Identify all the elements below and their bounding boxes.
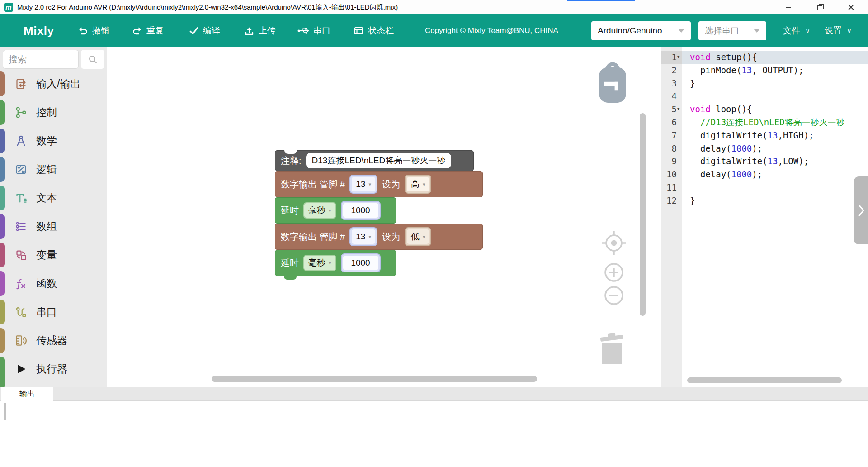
zoom-in-button[interactable] bbox=[604, 262, 624, 282]
sidebar-item-label: 数学 bbox=[36, 134, 57, 148]
maximize-restore-button[interactable] bbox=[809, 0, 830, 14]
sidebar-item-logic[interactable]: 逻辑 bbox=[0, 155, 107, 184]
upload-button[interactable]: 上传 bbox=[244, 14, 276, 47]
line-number: 9 bbox=[661, 155, 677, 168]
pin-dropdown[interactable]: 13 ▾ bbox=[352, 229, 375, 244]
dropdown-caret-icon: ▾ bbox=[368, 181, 371, 187]
backpack-icon[interactable] bbox=[596, 62, 629, 106]
block-category-sidebar: 输入/输出 控制 数学 逻辑 文本 bbox=[0, 47, 107, 387]
level-dropdown[interactable]: 高 ▾ bbox=[407, 177, 429, 191]
output-console bbox=[0, 401, 868, 467]
minimize-button[interactable] bbox=[778, 0, 799, 14]
serial-monitor-button[interactable]: 串口 bbox=[297, 14, 330, 47]
line-number: 3 bbox=[661, 77, 677, 90]
sidebar-item-sensor[interactable]: 传感器 bbox=[0, 326, 107, 355]
output-tab[interactable]: 输出 bbox=[1, 387, 53, 401]
undo-button[interactable]: 撤销 bbox=[78, 14, 109, 47]
upload-icon bbox=[244, 26, 255, 36]
zoom-reset-target-icon[interactable] bbox=[601, 230, 627, 256]
search-input[interactable] bbox=[3, 50, 79, 69]
code-horizontal-scrollbar[interactable] bbox=[687, 377, 842, 383]
sidebar-item-serial[interactable]: 串口 bbox=[0, 298, 107, 326]
trash-icon[interactable] bbox=[597, 332, 627, 365]
line-number: 8 bbox=[661, 142, 677, 155]
chevron-down-icon: ∨ bbox=[805, 27, 810, 35]
sidebar-item-math[interactable]: 数学 bbox=[0, 127, 107, 155]
unit-dropdown[interactable]: 毫秒 ▾ bbox=[303, 255, 336, 271]
digital-write-block-high[interactable]: 数字输出 管脚 # 13 ▾ 设为 高 ▾ bbox=[275, 171, 483, 197]
fold-icon[interactable]: ▾ bbox=[677, 103, 683, 116]
pin-dropdown[interactable]: 13 ▾ bbox=[352, 177, 375, 191]
comment-block-label: 注释: bbox=[281, 155, 302, 167]
line-number: 6 bbox=[661, 116, 677, 129]
search-icon bbox=[88, 55, 98, 64]
code-panel: 1 ▾ 2 3 4 5 ▾ 6 7 8 9 10 11 12 void setu… bbox=[649, 47, 868, 387]
close-button[interactable] bbox=[840, 0, 861, 14]
sidebar-item-actuator[interactable]: 执行器 bbox=[0, 355, 107, 383]
blockly-workspace[interactable]: 注释: D13连接LED\nLED将亮一秒灭一秒 数字输出 管脚 # 13 ▾ … bbox=[107, 47, 649, 387]
compile-label: 编译 bbox=[203, 25, 220, 37]
line-number: 10 bbox=[661, 168, 677, 181]
sensor-icon bbox=[15, 334, 27, 347]
board-select-dropdown[interactable]: Arduino/Genuino bbox=[591, 21, 691, 40]
redo-label: 重复 bbox=[146, 25, 164, 37]
sidebar-item-array[interactable]: 数组 bbox=[0, 212, 107, 241]
main-toolbar: Mixly 撤销 重复 编译 bbox=[0, 14, 868, 47]
settings-menu[interactable]: 设置 ∨ bbox=[825, 14, 852, 47]
level-value: 低 bbox=[411, 231, 420, 243]
dropdown-caret-icon: ▾ bbox=[423, 181, 425, 187]
workspace-vertical-scrollbar[interactable] bbox=[640, 113, 646, 316]
sidebar-item-inout[interactable]: 输入/输出 bbox=[0, 70, 107, 98]
sidebar-item-label: 函数 bbox=[36, 276, 57, 291]
delay-block[interactable]: 延时 毫秒 ▾ 1000 bbox=[275, 250, 396, 276]
block-label: 设为 bbox=[382, 231, 400, 243]
line-number: 4 bbox=[661, 90, 677, 103]
category-color-bar bbox=[0, 243, 5, 267]
zoom-out-button[interactable] bbox=[604, 286, 624, 305]
port-select-dropdown[interactable]: 选择串口 bbox=[698, 21, 766, 40]
block-label: 延时 bbox=[281, 205, 299, 217]
ms-value-field[interactable]: 1000 bbox=[343, 203, 378, 218]
comment-text-field[interactable]: D13连接LED\nLED将亮一秒灭一秒 bbox=[306, 153, 452, 168]
delay-block[interactable]: 延时 毫秒 ▾ 1000 bbox=[275, 197, 396, 224]
digital-write-block-low[interactable]: 数字输出 管脚 # 13 ▾ 设为 低 ▾ bbox=[275, 224, 483, 250]
text-icon bbox=[15, 192, 27, 204]
sidebar-item-control[interactable]: 控制 bbox=[0, 98, 107, 127]
unit-value: 毫秒 bbox=[308, 257, 326, 269]
pin-socket: 13 ▾ bbox=[349, 227, 377, 246]
redo-button[interactable]: 重复 bbox=[132, 14, 164, 47]
sidebar-item-variable[interactable]: 变量 bbox=[0, 241, 107, 269]
port-select-value: 选择串口 bbox=[705, 25, 739, 37]
function-icon bbox=[15, 277, 27, 290]
control-icon bbox=[15, 106, 27, 119]
block-notch bbox=[284, 150, 297, 154]
statusbar-label: 状态栏 bbox=[368, 25, 394, 37]
category-color-bar bbox=[0, 300, 5, 324]
ms-value-field[interactable]: 1000 bbox=[343, 256, 378, 270]
collapse-panel-button[interactable] bbox=[854, 176, 868, 244]
serial-port-icon bbox=[15, 306, 27, 318]
chevron-down-icon bbox=[754, 29, 760, 33]
output-scrollbar[interactable] bbox=[4, 403, 6, 420]
fold-icon[interactable]: ▾ bbox=[677, 51, 683, 64]
dropdown-caret-icon: ▾ bbox=[423, 234, 425, 240]
sidebar-item-text[interactable]: 文本 bbox=[0, 184, 107, 212]
code-line: digitalWrite(13,HIGH); bbox=[690, 129, 814, 142]
pin-socket: 13 ▾ bbox=[349, 175, 377, 194]
file-menu[interactable]: 文件 ∨ bbox=[783, 14, 810, 47]
category-color-bar bbox=[0, 71, 5, 96]
block-label: 延时 bbox=[281, 257, 299, 269]
workspace-horizontal-scrollbar[interactable] bbox=[212, 376, 537, 382]
sidebar-item-function[interactable]: 函数 bbox=[0, 269, 107, 298]
statusbar-toggle-button[interactable]: 状态栏 bbox=[354, 14, 394, 47]
array-icon bbox=[15, 220, 27, 233]
compile-button[interactable]: 编译 bbox=[189, 14, 220, 47]
sidebar-item-label: 传感器 bbox=[36, 334, 67, 348]
check-icon bbox=[189, 26, 199, 36]
code-line: //D13连接LED\nLED将亮一秒灭一秒 bbox=[690, 116, 845, 129]
unit-dropdown[interactable]: 毫秒 ▾ bbox=[303, 202, 336, 219]
line-number: 1 bbox=[661, 51, 677, 64]
comment-block[interactable]: 注释: D13连接LED\nLED将亮一秒灭一秒 bbox=[275, 150, 474, 171]
level-dropdown[interactable]: 低 ▾ bbox=[407, 229, 429, 244]
search-button[interactable] bbox=[81, 50, 104, 69]
